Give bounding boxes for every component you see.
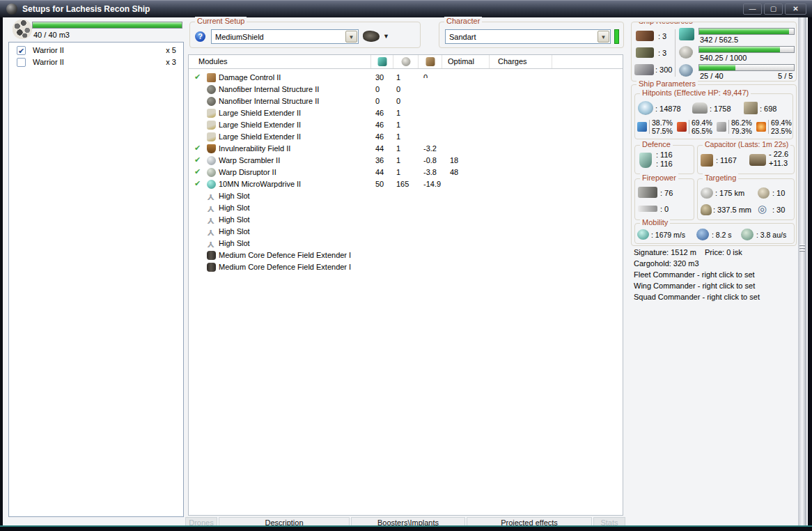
cargohold-text: Cargohold: 320 m3: [634, 259, 699, 268]
active-check-icon: [194, 120, 203, 128]
hull-hp-icon: [744, 102, 758, 114]
module-type-icon: [207, 251, 216, 260]
module-type-icon: [207, 109, 216, 118]
character-label: Character: [444, 17, 482, 25]
module-name: Large Shield Extender II: [219, 132, 301, 141]
capacitor-drain: - 22.6: [769, 150, 788, 158]
dronebay-bar: [698, 64, 795, 71]
thermal-resist-armor: 65.5%: [692, 127, 712, 135]
module-name: Medium Core Defence Field Extender I: [219, 251, 351, 259]
thermal-resist-icon: [677, 122, 687, 132]
module-pg: 1: [396, 168, 400, 176]
ship-parameters-label: Ship Parameters: [637, 79, 698, 88]
defence-label: Defence: [640, 140, 673, 148]
module-cpu: 0: [375, 97, 380, 105]
module-row[interactable]: High Slot: [189, 226, 623, 238]
missile-dps-icon: [638, 206, 657, 212]
capacitor-column-header[interactable]: [419, 55, 442, 68]
fleet-commander-text[interactable]: Fleet Commander - right click to set: [634, 270, 755, 279]
drone-name: Warrior II: [33, 46, 64, 54]
squad-commander-text[interactable]: Squad Commander - right click to set: [634, 293, 760, 301]
capacitor-label: Capacitor (Lasts: 1m 22s): [703, 140, 790, 148]
module-row[interactable]: High Slot: [189, 202, 623, 214]
splitter-grip-icon: [799, 245, 805, 246]
module-type-icon: [207, 203, 216, 213]
module-row[interactable]: Damage Control II 30 1 0: [189, 72, 623, 84]
help-icon[interactable]: ?: [195, 31, 205, 42]
capacitor-amount: : 1167: [716, 156, 737, 164]
active-check-icon: [194, 167, 203, 176]
setup-combobox[interactable]: MediumShield ▼: [211, 29, 359, 44]
module-row[interactable]: High Slot: [189, 238, 623, 249]
module-type-icon: [207, 239, 216, 248]
drone-list-item[interactable]: Warrior II x 3: [9, 56, 183, 68]
module-row[interactable]: Medium Core Defence Field Extender I: [189, 261, 623, 273]
price-text: Price: 0 isk: [705, 248, 742, 256]
resources-separator: [675, 29, 676, 77]
module-row[interactable]: Large Shield Extender II 46 1: [189, 107, 623, 119]
module-row[interactable]: High Slot: [189, 214, 623, 226]
dropdown-arrow-icon[interactable]: ▼: [598, 31, 609, 43]
drone-name: Warrior II: [33, 58, 64, 66]
module-cpu: 44: [375, 168, 384, 176]
cpu-column-header[interactable]: [371, 55, 393, 68]
max-targets-value: : 30: [772, 206, 785, 214]
minimize-button[interactable]: —: [743, 3, 762, 15]
character-combobox[interactable]: Sandart ▼: [445, 29, 611, 44]
dropdown-arrow-icon[interactable]: ▼: [345, 31, 357, 43]
panel-splitter[interactable]: [798, 17, 806, 525]
module-row[interactable]: Warp Disruptor II 44 1 -3.8 48: [189, 167, 623, 178]
module-cpu: 44: [375, 144, 384, 153]
turret-dps-value: : 76: [660, 189, 673, 197]
charges-column-header[interactable]: Charges: [490, 55, 552, 68]
optimal-column-header[interactable]: Optimal: [442, 55, 490, 68]
cpu-bar-fill: [699, 29, 789, 34]
module-row[interactable]: 10MN MicroWarpdrive II 50 165 -14.9: [189, 178, 623, 190]
module-name: Warp Scrambler II: [219, 156, 280, 164]
powergrid-icon: [679, 46, 693, 59]
module-row[interactable]: Large Shield Extender II 46 1: [189, 119, 623, 131]
drone-checkbox[interactable]: [17, 46, 26, 55]
ship-resources-label: Ship Resources: [637, 22, 695, 25]
header-filler: [552, 55, 623, 68]
hull-hp-value: : 698: [760, 105, 776, 113]
module-name: High Slot: [219, 192, 250, 200]
module-type-icon: [207, 192, 216, 201]
module-row[interactable]: Invulnerability Field II 44 1 -3.2: [189, 143, 623, 155]
maximize-button[interactable]: ▢: [764, 3, 783, 15]
module-row[interactable]: Nanofiber Internal Structure II 0 0: [189, 95, 623, 107]
shield-hp-value: : 14878: [655, 105, 681, 113]
module-row[interactable]: Large Shield Extender II 46 1: [189, 131, 623, 143]
module-name: High Slot: [219, 227, 250, 236]
module-name: Invulnerability Field II: [219, 144, 290, 153]
launcher-hardpoints-value: : 3: [658, 49, 666, 57]
wing-commander-text[interactable]: Wing Commander - right click to set: [634, 282, 755, 290]
drone-list-item[interactable]: Warrior II x 5: [9, 45, 183, 56]
current-setup-label: Current Setup: [195, 17, 247, 25]
module-row[interactable]: High Slot: [189, 190, 623, 202]
defence-group: Defence : 116 : 116: [634, 145, 694, 174]
module-cap: -14.9: [423, 180, 441, 188]
module-name: Nanofiber Internal Structure II: [219, 85, 319, 93]
em-resist-armor: 57.5%: [652, 127, 673, 135]
current-setup-group: Current Setup ? MediumShield ▼ ▼: [189, 22, 421, 48]
active-check-icon: [194, 72, 203, 81]
explosive-resist-armor: 23.5%: [771, 127, 792, 135]
scan-resolution-value: : 337.5 mm: [713, 206, 751, 214]
powergrid-column-header[interactable]: [393, 55, 419, 68]
dronebay-icon: [679, 64, 693, 77]
close-button[interactable]: ✕: [785, 3, 806, 15]
module-row[interactable]: Medium Core Defence Field Extender I: [189, 249, 623, 261]
defence-shield-icon: [639, 153, 652, 168]
powergrid-bar: [698, 46, 795, 53]
align-time-icon: [696, 229, 709, 240]
module-row[interactable]: Warp Scrambler II 36 1 -0.8 18: [189, 155, 623, 167]
modules-column-header[interactable]: Modules: [189, 55, 371, 68]
drone-checkbox[interactable]: [17, 58, 26, 67]
module-row[interactable]: Nanofiber Internal Structure II 0 0: [189, 84, 623, 95]
ship-menu-button[interactable]: ▼: [361, 29, 392, 44]
title-bar[interactable]: Setups for Lachesis Recon Ship — ▢ ✕: [0, 0, 812, 17]
module-cpu: 36: [375, 156, 384, 164]
cpu-icon: [679, 28, 694, 40]
module-cpu: 46: [375, 121, 384, 129]
